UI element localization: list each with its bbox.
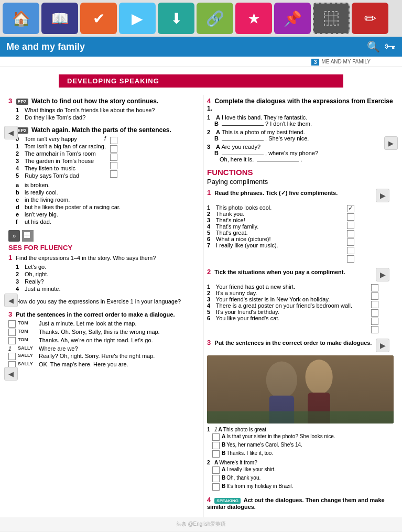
compliment-checkboxes bbox=[347, 204, 394, 263]
ex4-title: 4 EP2 Watch again. Match the parts of th… bbox=[8, 126, 195, 134]
situation-cb-1[interactable] bbox=[371, 284, 378, 291]
star-button[interactable]: ★ bbox=[235, 3, 272, 34]
fluency-item-1: 1 Let's go. bbox=[16, 264, 195, 270]
ex3-d-cb-7[interactable] bbox=[212, 475, 220, 482]
dialogue-table: TOM Just a minute. Let me look at the ma… bbox=[8, 320, 195, 368]
dialogue-cb-2[interactable] bbox=[8, 329, 16, 336]
pin-button[interactable]: 📌 bbox=[274, 3, 311, 34]
play-button[interactable]: ▶ bbox=[119, 3, 156, 34]
ex3-title: 3 EP2 Watch to find out how the story co… bbox=[8, 97, 195, 105]
edit-button[interactable]: ✏ bbox=[352, 3, 388, 34]
dialogue-row-3: TOM Thanks. Ah, we're on the right road.… bbox=[8, 337, 195, 344]
situation-5: 5 It's your friend's birthday. bbox=[207, 309, 371, 315]
compliment-cb-4[interactable] bbox=[347, 230, 354, 237]
fluency-ex2-instruction: 2 How do you say the expressions in Exer… bbox=[8, 297, 195, 305]
main-content: DEVELOPING SPEAKING 3 EP2 Watch to find … bbox=[0, 67, 402, 517]
right-column: 4 Complete the dialogues with the expres… bbox=[203, 95, 397, 517]
grid-btn[interactable] bbox=[22, 230, 34, 242]
svg-rect-5 bbox=[24, 232, 27, 235]
key-icon[interactable]: 🗝 bbox=[384, 40, 396, 53]
ex3-dialogue-items: 1 1 A This photo is great. A Is that you… bbox=[207, 427, 394, 491]
situation-cb-5[interactable] bbox=[371, 318, 378, 325]
match-a: a is broken. bbox=[16, 182, 195, 188]
left-arrow-3[interactable]: ◀ bbox=[4, 367, 18, 381]
content-columns: 3 EP2 Watch to find out how the story co… bbox=[0, 95, 402, 517]
dialogue-cb-5[interactable] bbox=[8, 353, 16, 360]
fluency-item-3: 3 Really? bbox=[16, 278, 195, 285]
cb-1[interactable] bbox=[110, 145, 117, 153]
expand-btn[interactable]: » bbox=[8, 230, 20, 242]
compliment-cb-7[interactable] bbox=[347, 255, 354, 263]
dialogue-cb-3[interactable] bbox=[8, 337, 16, 344]
zoom-icon[interactable]: 🔍 bbox=[367, 40, 380, 53]
match-c: c in the living room. bbox=[16, 197, 195, 203]
match-checkboxes bbox=[110, 136, 119, 180]
cb-0[interactable] bbox=[110, 137, 117, 144]
blank-3 bbox=[222, 155, 264, 155]
svg-rect-14 bbox=[207, 411, 394, 424]
ex3-d-cb-3[interactable] bbox=[212, 442, 220, 449]
compliment-cb-3[interactable] bbox=[347, 222, 354, 229]
cb-3[interactable] bbox=[110, 162, 117, 169]
compliment-6: 6 What a nice (picture)! bbox=[207, 236, 347, 242]
ex3-d-cb-6[interactable] bbox=[212, 466, 220, 474]
match-item-0: 0 Tom isn't very happy f bbox=[16, 136, 106, 142]
blank-2 bbox=[222, 140, 264, 140]
functions-ex3: 3 Put the sentences in the correct order… bbox=[207, 339, 394, 491]
compliment-cb-1[interactable] bbox=[347, 205, 354, 212]
toolbar: 🏠 📖 ✔ ▶ ⬇ 🔗 ★ 📌 ✏ bbox=[0, 0, 402, 37]
compliment-1: 1 This photo looks cool. bbox=[207, 204, 347, 211]
svg-rect-11 bbox=[269, 396, 294, 424]
book-button[interactable]: 📖 bbox=[41, 3, 78, 34]
ex3-d-cb-8[interactable] bbox=[212, 483, 220, 491]
ex3-d-row-8: B It's from my holiday in Brazil. bbox=[212, 483, 394, 491]
ex3-d-row-2: A Is that your sister in the photo? She … bbox=[212, 433, 394, 441]
check-button[interactable]: ✔ bbox=[80, 3, 117, 34]
match-left: 0 Tom isn't very happy f 1 Tom isn't a b… bbox=[8, 136, 106, 180]
functions-ex2-arrow[interactable]: ▶ bbox=[376, 268, 389, 281]
ex3-d-row-1: 1 1 A This photo is great. bbox=[207, 427, 394, 432]
situation-4: 4 There is a great poster on your friend… bbox=[207, 302, 371, 309]
link-button[interactable]: 🔗 bbox=[197, 3, 233, 34]
dialogue-row-1: TOM Just a minute. Let me look at the ma… bbox=[8, 320, 195, 328]
ex3-item-2: 2 Do they like Tom's dad? bbox=[16, 114, 195, 121]
ex3-d-cb-2[interactable] bbox=[212, 433, 220, 441]
page-title: Me and my family bbox=[6, 41, 85, 52]
ep2-badge-2: EP2 bbox=[16, 127, 28, 134]
ex3-d-cb-4[interactable] bbox=[212, 450, 220, 458]
svg-rect-0 bbox=[324, 12, 338, 25]
situation-cb-4[interactable] bbox=[371, 309, 378, 317]
functions-ex1-arrow[interactable]: ▶ bbox=[376, 189, 389, 202]
cb-4[interactable] bbox=[110, 170, 117, 178]
ex3-instruction: Watch to find out how the story continue… bbox=[31, 97, 158, 105]
situation-cb-3[interactable] bbox=[371, 301, 378, 308]
situation-cb-2[interactable] bbox=[371, 292, 378, 300]
chapter-text: ME AND MY FAMILY bbox=[321, 59, 371, 66]
cb-2[interactable] bbox=[110, 154, 117, 161]
compliment-cb-2[interactable] bbox=[347, 213, 354, 221]
functions-ex4: 4 SPEAKING Act out the dialogues. Then c… bbox=[207, 496, 394, 510]
compliment-cb-6[interactable] bbox=[347, 247, 354, 254]
dialogue-1: 1 A I love this band. They're fantastic.… bbox=[207, 114, 394, 127]
header-icons: 🔍 🗝 bbox=[367, 40, 396, 53]
match-d: d but he likes the poster of a racing ca… bbox=[16, 204, 195, 210]
svg-rect-6 bbox=[27, 232, 30, 235]
functions-ex3-arrow[interactable]: ▶ bbox=[376, 339, 389, 352]
ex3-d-row-6: A I really like your shirt. bbox=[212, 466, 394, 474]
situation-cb-6[interactable] bbox=[371, 326, 378, 333]
download-button[interactable]: ⬇ bbox=[158, 3, 194, 34]
ex4-next-arrow[interactable]: ▶ bbox=[384, 136, 398, 150]
compliment-cb-5[interactable] bbox=[347, 238, 354, 246]
left-nav-controls-2: ◀ bbox=[4, 294, 18, 307]
ex3-num: 3 bbox=[8, 97, 12, 105]
situation-3: 3 Your friend's sister is in New York on… bbox=[207, 296, 371, 302]
match-item-2: 2 The armchair in Tom's room bbox=[16, 150, 106, 157]
left-arrow-1[interactable]: ◀ bbox=[4, 126, 18, 139]
select-button[interactable] bbox=[313, 3, 350, 34]
left-arrow-2[interactable]: ◀ bbox=[4, 294, 18, 307]
fluency-title: SES FOR FLUENCY bbox=[8, 244, 195, 252]
home-button[interactable]: 🏠 bbox=[3, 3, 39, 34]
dialogue-cb-1[interactable] bbox=[8, 320, 16, 328]
dialogue-row-6: SALLY OK. The map's here. Here you are. bbox=[8, 361, 195, 368]
match-item-3: 3 The garden in Tom's house bbox=[16, 158, 106, 164]
